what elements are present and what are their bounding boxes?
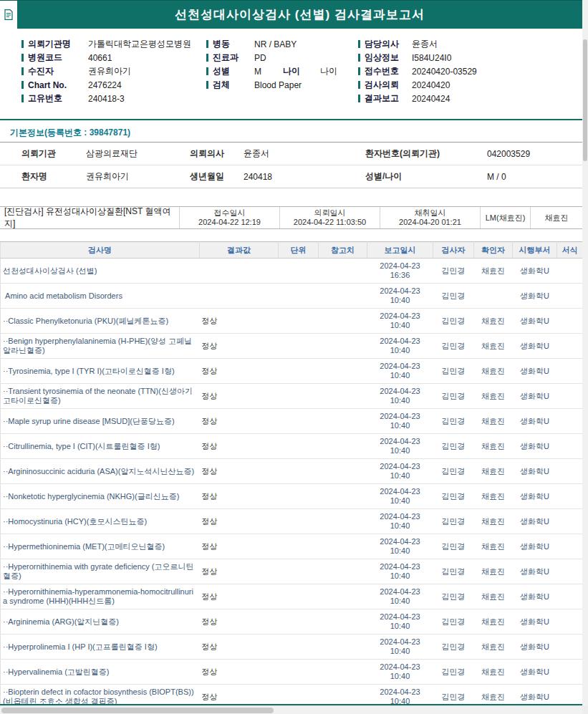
field-value: 가톨릭대학교은평성모병원: [88, 38, 191, 50]
field-label-secondary: 나이: [283, 65, 300, 77]
col-header-report-datetime: 보고일시: [367, 242, 433, 259]
unit: [279, 584, 319, 609]
info-field: 담당의사 윤종서: [358, 39, 573, 49]
field-value-secondary: 나이: [320, 65, 337, 77]
test-name: ··Transient tyrosinemia of the neonate (…: [1, 384, 200, 409]
collector-code: LM(채효진): [480, 207, 530, 228]
horizontal-scrollbar-thumb[interactable]: [1, 708, 274, 713]
report-datetime: 2024-04-23 10:40: [367, 609, 433, 635]
result-value: 정상: [200, 459, 279, 484]
reference-range: [319, 459, 367, 484]
horizontal-scrollbar[interactable]: [0, 705, 582, 714]
department: 생화학U: [513, 359, 557, 384]
reference-range: [319, 359, 367, 384]
diagnosis-datetimes: 접수일시 2024-04-22 12:19 의뢰일시 2024-04-22 11…: [179, 207, 480, 228]
report-datetime: 2024-04-23 16:36: [367, 259, 433, 284]
result-row: ··Hyperprolinemia I (HP I)(고프롤린혈증 I형) 정상…: [1, 635, 583, 660]
info-field: 수진자 권유희아기: [21, 67, 206, 76]
field-marker-icon: [358, 95, 360, 102]
results-table: 검사명 결과값 단위 참고치 보고일시 검사자 확인자 시행부서 서식 선천성대…: [0, 241, 583, 710]
datetime-label: 채취일시: [415, 208, 446, 218]
field-label: 접수번호: [365, 65, 412, 77]
col-header-department: 시행부서: [513, 242, 557, 259]
field-label: 담당의사: [365, 38, 412, 50]
field-value: I584U24I0: [412, 53, 451, 63]
examiner: 김민경: [433, 309, 474, 334]
unit: [279, 409, 319, 434]
test-name: ··Maple syrup urine disease [MSUD](단풍당뇨증…: [1, 409, 200, 434]
basic-label: 환자번호(의뢰기관): [365, 143, 487, 165]
reference-range: [319, 584, 367, 609]
examiner: 김민경: [433, 284, 474, 309]
unit: [279, 359, 319, 384]
form: [557, 584, 583, 609]
result-value: 정상: [200, 584, 279, 609]
unit: [279, 509, 319, 534]
result-value: 정상: [200, 409, 279, 434]
test-name: ··Citrullinemia, type I (CIT)(시트룰린혈증 I형): [1, 434, 200, 459]
scrollbar-corner: [582, 705, 588, 714]
reference-range: [319, 309, 367, 334]
info-field: 의뢰기관명 가톨릭대학교은평성모병원: [21, 39, 206, 49]
field-label: 성별: [213, 65, 254, 77]
examiner: 김민경: [433, 384, 474, 409]
vertical-scrollbar[interactable]: [582, 0, 588, 705]
field-marker-icon: [358, 81, 360, 89]
basic-info-row: 의뢰기관 삼광의료재단 의뢰의사 윤종서 환자번호(의뢰기관) 04200352…: [0, 143, 582, 165]
examiner: 김민경: [433, 559, 474, 584]
field-marker-icon: [206, 81, 208, 89]
basic-label: 의뢰의사: [190, 143, 244, 165]
field-value: 20240420: [412, 80, 450, 90]
form: [557, 459, 583, 484]
unit: [279, 660, 319, 685]
result-value: 정상: [200, 309, 279, 334]
form: [557, 484, 583, 509]
confirmer: 채효진: [474, 359, 513, 384]
info-field: 진료과 PD: [206, 53, 358, 62]
basic-info-table: 의뢰기관 삼광의료재단 의뢰의사 윤종서 환자번호(의뢰기관) 04200352…: [0, 142, 582, 188]
confirmer: 채효진: [474, 559, 513, 584]
department: 생화학U: [513, 459, 557, 484]
test-name: ··Classic Phenylketonuria (PKU)(페닐케톤뇨증): [1, 309, 200, 334]
reference-range: [319, 259, 367, 284]
result-value: 정상: [200, 559, 279, 584]
result-value: 정상: [200, 359, 279, 384]
report-datetime: 2024-04-23 10:40: [367, 309, 433, 334]
test-name: ··Hypermethioninemia (MET)(고메티오닌혈증): [1, 534, 200, 559]
field-value: 2476224: [88, 80, 122, 90]
department: 생화학U: [513, 309, 557, 334]
col-header-examiner: 검사자: [433, 242, 474, 259]
examiner: 김민경: [433, 484, 474, 509]
field-value: 윤종서: [412, 38, 438, 50]
form: [557, 334, 583, 359]
result-row: ··Hyperornithinemia with gyrate deficien…: [1, 559, 583, 584]
form: [557, 259, 583, 284]
basic-value: 042003529: [487, 143, 582, 165]
result-row: ··Hyperornithinemia-hyperammonemia-homoc…: [1, 584, 583, 609]
vertical-scrollbar-thumb[interactable]: [583, 39, 587, 161]
diagnosis-datetime-cell: 채취일시 2024-04-20 01:21: [380, 207, 480, 228]
field-marker-icon: [206, 67, 208, 75]
reference-range: [319, 635, 367, 660]
result-value: [200, 284, 279, 309]
datetime-value: 2024-04-22 12:19: [198, 218, 261, 227]
document-icon: [0, 1, 17, 29]
unit: [279, 484, 319, 509]
col-header-confirmer: 확인자: [474, 242, 513, 259]
examiner: 김민경: [433, 259, 474, 284]
result-row: ··Transient tyrosinemia of the neonate (…: [1, 384, 583, 409]
reference-range: [319, 334, 367, 359]
report-datetime: 2024-04-23 10:40: [367, 484, 433, 509]
test-name: ··Argininosuccinic aciduria (ASA)(알지노석시닌…: [1, 459, 200, 484]
examiner: 김민경: [433, 584, 474, 609]
section-divider: [0, 119, 582, 120]
report-datetime: 2024-04-23 10:40: [367, 534, 433, 559]
patient-info-section: 의뢰기관명 가톨릭대학교은평성모병원 병원코드 40661 수진자 권유희아기: [0, 29, 582, 119]
result-value: 정상: [200, 334, 279, 359]
confirmer: 채효진: [474, 509, 513, 534]
result-row: ··Benign hyperphenylalaninemia (H-PHE)(양…: [1, 334, 583, 359]
result-value: 정상: [200, 660, 279, 685]
field-marker-icon: [21, 40, 24, 48]
department: 생화학U: [513, 434, 557, 459]
info-field: 고유번호 240418-3: [21, 94, 206, 103]
